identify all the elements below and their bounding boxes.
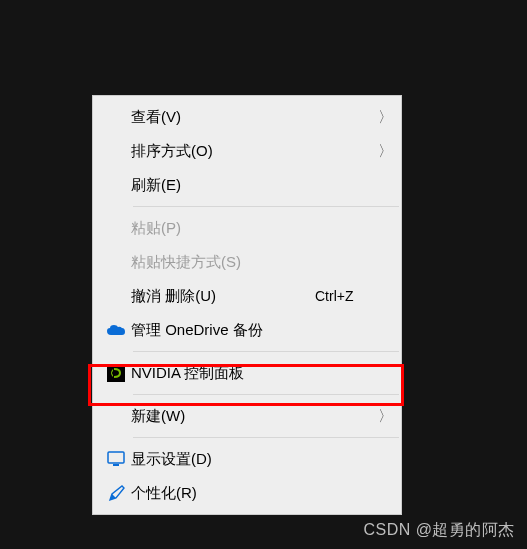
menu-item-undo[interactable]: 撤消 删除(U) Ctrl+Z — [95, 279, 399, 313]
menu-label: 撤消 删除(U) — [131, 287, 315, 306]
menu-label: 个性化(R) — [131, 484, 315, 503]
chevron-right-icon: 〉 — [375, 142, 393, 161]
menu-label: 粘贴(P) — [131, 219, 315, 238]
menu-item-onedrive[interactable]: 管理 OneDrive 备份 — [95, 313, 399, 347]
menu-item-paste: 粘贴(P) — [95, 211, 399, 245]
menu-label: NVIDIA 控制面板 — [131, 364, 315, 383]
menu-separator — [133, 394, 399, 395]
menu-item-display[interactable]: 显示设置(D) — [95, 442, 399, 476]
menu-item-nvidia[interactable]: NVIDIA 控制面板 — [95, 356, 399, 390]
menu-label: 刷新(E) — [131, 176, 315, 195]
menu-item-refresh[interactable]: 刷新(E) — [95, 168, 399, 202]
watermark-text: CSDN @超勇的阿杰 — [363, 520, 515, 541]
svg-rect-1 — [108, 452, 124, 463]
chevron-right-icon: 〉 — [375, 108, 393, 127]
menu-item-new[interactable]: 新建(W) 〉 — [95, 399, 399, 433]
menu-label: 排序方式(O) — [131, 142, 315, 161]
chevron-right-icon: 〉 — [375, 407, 393, 426]
svg-rect-2 — [113, 464, 119, 466]
menu-item-paste-shortcut: 粘贴快捷方式(S) — [95, 245, 399, 279]
menu-separator — [133, 351, 399, 352]
menu-item-personalize[interactable]: 个性化(R) — [95, 476, 399, 510]
svg-rect-0 — [107, 364, 125, 382]
monitor-icon — [101, 451, 131, 467]
menu-separator — [133, 206, 399, 207]
onedrive-icon — [101, 324, 131, 336]
menu-item-view[interactable]: 查看(V) 〉 — [95, 100, 399, 134]
menu-label: 新建(W) — [131, 407, 315, 426]
menu-item-sort[interactable]: 排序方式(O) 〉 — [95, 134, 399, 168]
personalize-icon — [101, 485, 131, 502]
menu-label: 粘贴快捷方式(S) — [131, 253, 315, 272]
menu-label: 管理 OneDrive 备份 — [131, 321, 315, 340]
menu-label: 显示设置(D) — [131, 450, 315, 469]
menu-separator — [133, 437, 399, 438]
nvidia-icon — [101, 364, 131, 382]
menu-shortcut: Ctrl+Z — [315, 288, 375, 304]
desktop-context-menu: 查看(V) 〉 排序方式(O) 〉 刷新(E) 粘贴(P) 粘贴快捷方式(S) … — [92, 95, 402, 515]
menu-label: 查看(V) — [131, 108, 315, 127]
